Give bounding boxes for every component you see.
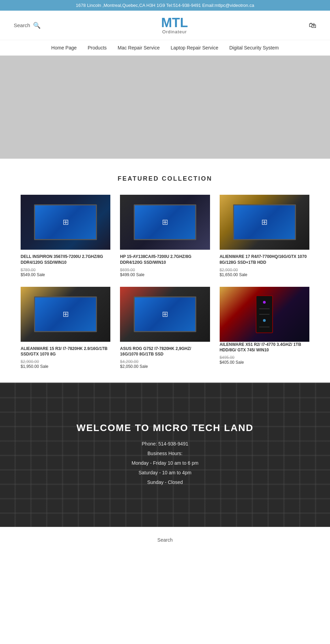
phone-line: Phone: 514-938-9491 <box>76 439 253 449</box>
product-original-price-dell: $789.00 <box>21 268 110 272</box>
product-name-alienware17: ALIENWARE 17 R4/I7-7700HQ/16G/GTX 1070 8… <box>220 254 309 265</box>
product-image-alieanware15: ⊞ <box>21 287 110 342</box>
tower-body <box>256 295 273 333</box>
hours-label: Business Hours: <box>76 449 253 458</box>
welcome-section: WELCOME TO MICRO TECH LAND Phone: 514-93… <box>0 383 330 527</box>
nav-laptop-repair[interactable]: Laptop Repair Service <box>170 45 218 50</box>
product-card-asus[interactable]: ⊞ ASUS ROG G752 I7-7820HK 2,9GHz/ 16G/10… <box>120 287 210 369</box>
footer-search-link[interactable]: Search <box>157 537 173 543</box>
product-name-asus: ASUS ROG G752 I7-7820HK 2,9GHz/ 16G/1070… <box>120 346 210 358</box>
product-image-dell: ⊞ <box>21 195 110 250</box>
tower-light-1 <box>263 301 266 304</box>
nav-mac-repair[interactable]: Mac Repair Service <box>118 45 160 50</box>
search-icon: 🔍 <box>33 22 41 29</box>
tower-stripe-3 <box>259 327 270 327</box>
product-grid: ⊞ DELL INSPIRON 3567/I5-7200U 2.7GHz/8G … <box>21 195 309 369</box>
nav-home[interactable]: Home Page <box>51 45 77 50</box>
welcome-phone: Phone: 514-938-9491 Business Hours: Mond… <box>76 439 253 487</box>
cart-button[interactable]: 🛍 <box>309 21 316 30</box>
hours-saturday: Saturday - 10 am to 4pm <box>76 468 253 477</box>
product-original-price-asus: $4,200.00 <box>120 359 210 364</box>
logo[interactable]: MTL Ordinateur <box>161 16 188 34</box>
windows-logo-icon: ⊞ <box>162 310 168 319</box>
hours-sunday: Sunday - Closed <box>76 477 253 487</box>
featured-title: FEATURED COLLECTION <box>21 175 309 182</box>
windows-logo-icon: ⊞ <box>63 218 69 227</box>
tower-stripe-2 <box>259 314 270 315</box>
product-image-ailenware-x51 <box>220 287 309 342</box>
nav-products[interactable]: Products <box>88 45 107 50</box>
product-sale-price-alieanware15: $1,950.00 Sale <box>21 364 110 369</box>
product-card-ailenware-x51[interactable]: AILENWARE X51 R2/ I7-4770 3.4GHz/ 1TB HD… <box>220 287 309 369</box>
product-image-asus: ⊞ <box>120 287 210 342</box>
product-sale-price-hp: $499.00 Sale <box>120 272 210 277</box>
product-card-dell[interactable]: ⊞ DELL INSPIRON 3567/I5-7200U 2.7GHz/8G … <box>21 195 110 277</box>
tower-light-2 <box>263 319 266 322</box>
welcome-title: WELCOME TO MICRO TECH LAND <box>76 422 253 433</box>
hours-mon-fri: Monday - Friday 10 am to 6 pm <box>76 458 253 468</box>
product-sale-price-asus: $2,050.00 Sale <box>120 364 210 369</box>
main-nav: Home Page Products Mac Repair Service La… <box>0 40 330 56</box>
top-bar: 1678 Lincoln ,Montreal,Quebec,CA H3H 1G9… <box>0 0 330 11</box>
contact-info: 1678 Lincoln ,Montreal,Quebec,CA H3H 1G9… <box>76 3 254 8</box>
footer: Search <box>0 527 330 553</box>
product-original-price-alieanware15: $2,900.00 <box>21 359 110 364</box>
product-sale-price-dell: $549.00 Sale <box>21 272 110 277</box>
logo-text: MTL <box>161 16 188 29</box>
product-name-dell: DELL INSPIRON 3567/I5-7200U 2.7GHz/8G DD… <box>21 254 110 265</box>
hero-banner <box>0 56 330 159</box>
featured-collection: FEATURED COLLECTION ⊞ DELL INSPIRON 3567… <box>0 159 330 383</box>
product-name-ailenware-x51: AILENWARE X51 R2/ I7-4770 3.4GHz/ 1TB HD… <box>220 342 309 353</box>
product-original-price-ailenware-x51: $495.00 <box>220 355 309 360</box>
product-card-alieanware15[interactable]: ⊞ ALIEANWARE 15 R3/ I7-7820HK 2.9/16G/1T… <box>21 287 110 369</box>
product-original-price-hp: $699.00 <box>120 268 210 272</box>
windows-logo-icon: ⊞ <box>63 310 69 319</box>
product-sale-price-ailenware-x51: $405.00 Sale <box>220 360 309 365</box>
search-trigger[interactable]: Search 🔍 <box>14 22 41 29</box>
product-sale-price-alienware17: $1,650.00 Sale <box>220 272 309 277</box>
product-card-alienware17[interactable]: ⊞ ALIENWARE 17 R4/I7-7700HQ/16G/GTX 1070… <box>220 195 309 277</box>
search-label: Search <box>14 22 30 28</box>
product-card-hp[interactable]: ⊞ HP 15-AY138CA/I5-7200U 2.7GHz/8G DDR4/… <box>120 195 210 277</box>
header: Search 🔍 MTL Ordinateur 🛍 <box>0 11 330 40</box>
product-image-alienware17: ⊞ <box>220 195 309 250</box>
nav-security[interactable]: Digital Security System <box>229 45 279 50</box>
windows-logo-icon: ⊞ <box>162 218 168 227</box>
product-name-alieanware15: ALIEANWARE 15 R3/ I7-7820HK 2.9/16G/1TB … <box>21 346 110 358</box>
product-name-hp: HP 15-AY138CA/I5-7200U 2.7GHz/8G DDR4/12… <box>120 254 210 265</box>
product-original-price-alienware17: $2,900.00 <box>220 268 309 272</box>
tower-stripe-1 <box>259 308 270 309</box>
logo-subtext: Ordinateur <box>161 29 188 34</box>
windows-logo-icon: ⊞ <box>261 218 267 227</box>
welcome-content: WELCOME TO MICRO TECH LAND Phone: 514-93… <box>76 422 253 487</box>
product-image-hp: ⊞ <box>120 195 210 250</box>
